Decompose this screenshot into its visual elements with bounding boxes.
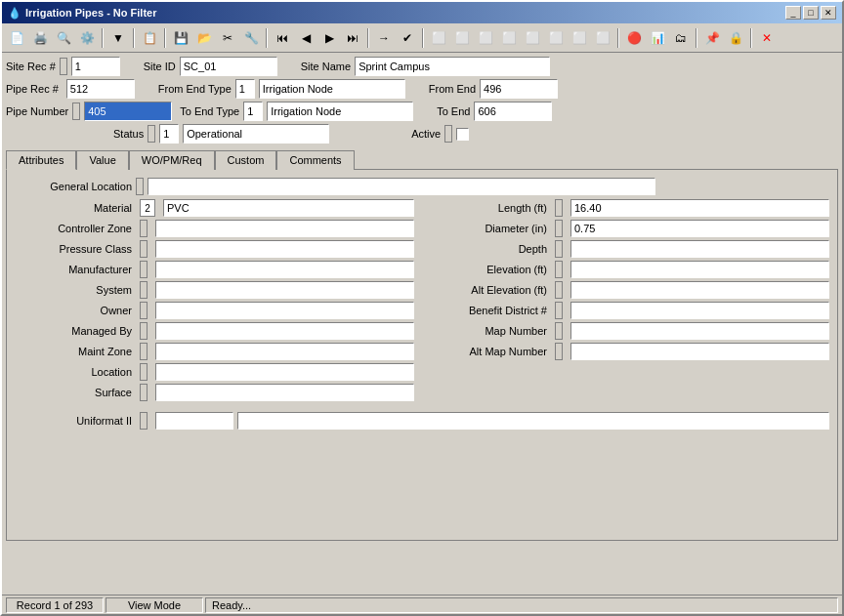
manufacturer-label: Manufacturer bbox=[15, 264, 132, 275]
right-column: Length (ft) Diameter (in) Depth bbox=[430, 199, 829, 404]
first-record-button[interactable]: ⏮ bbox=[272, 27, 293, 49]
status-num[interactable] bbox=[159, 124, 179, 144]
view-mode-status: View Mode bbox=[106, 597, 203, 613]
print-button[interactable]: 🖨️ bbox=[29, 27, 51, 49]
nav-button[interactable]: → bbox=[373, 27, 395, 49]
sep5 bbox=[367, 28, 369, 48]
maint-zone-input[interactable] bbox=[155, 343, 414, 360]
bd-indicator bbox=[555, 302, 563, 319]
material-label: Material bbox=[15, 202, 132, 214]
lock-button[interactable]: 🔒 bbox=[725, 27, 746, 49]
general-location-input[interactable] bbox=[148, 178, 655, 195]
folder-button[interactable]: 🗂 bbox=[670, 27, 692, 49]
view-button[interactable]: 📋 bbox=[139, 27, 160, 49]
depth-input[interactable] bbox=[570, 240, 829, 258]
manufacturer-input[interactable] bbox=[155, 261, 414, 278]
search-button[interactable]: 🔍 bbox=[53, 27, 74, 49]
filter-button[interactable]: ▼ bbox=[107, 27, 129, 49]
to-end-type-num[interactable] bbox=[243, 102, 263, 121]
dep-indicator bbox=[555, 240, 563, 258]
map-number-row: Map Number bbox=[430, 322, 829, 340]
system-input[interactable] bbox=[155, 281, 414, 299]
prev-record-button[interactable]: ◀ bbox=[295, 27, 316, 49]
content-area: Site Rec # Site ID Site Name Pipe Rec # … bbox=[2, 53, 842, 595]
settings-button[interactable]: ⚙️ bbox=[76, 27, 98, 49]
diameter-input[interactable] bbox=[570, 220, 829, 237]
uniformat-indicator bbox=[140, 412, 148, 430]
surface-label: Surface bbox=[15, 387, 132, 398]
main-window: 💧 Irrigation Pipes - No Filter _ □ ✕ 📄 🖨… bbox=[0, 0, 844, 616]
copy2-button[interactable]: ⬜ bbox=[451, 27, 473, 49]
copy6-button[interactable]: ⬜ bbox=[545, 27, 567, 49]
red-button[interactable]: 🔴 bbox=[623, 27, 645, 49]
elev-indicator bbox=[555, 261, 563, 278]
status-input[interactable] bbox=[183, 124, 329, 144]
pipe-number-input[interactable] bbox=[84, 102, 172, 121]
from-end-input[interactable] bbox=[480, 79, 558, 99]
save-button[interactable]: 💾 bbox=[170, 27, 191, 49]
surface-input[interactable] bbox=[155, 384, 414, 401]
pipe-number-label: Pipe Number bbox=[6, 105, 68, 117]
site-rec-input[interactable] bbox=[71, 57, 120, 76]
tools-button[interactable]: 🔧 bbox=[240, 27, 262, 49]
open-button[interactable]: 📂 bbox=[193, 27, 215, 49]
last-record-button[interactable]: ⏭ bbox=[342, 27, 363, 49]
depth-row: Depth bbox=[430, 240, 829, 258]
sep8 bbox=[696, 28, 697, 48]
tab-attributes[interactable]: Attributes bbox=[6, 150, 76, 170]
new-button[interactable]: 📄 bbox=[6, 27, 27, 49]
alt-elevation-input[interactable] bbox=[570, 281, 829, 299]
tab-value[interactable]: Value bbox=[76, 150, 128, 170]
owner-input[interactable] bbox=[155, 302, 414, 319]
site-name-input[interactable] bbox=[355, 57, 550, 76]
active-checkbox[interactable] bbox=[456, 128, 469, 141]
tab-wo-pm-req[interactable]: WO/PM/Req bbox=[129, 150, 215, 170]
controller-zone-input[interactable] bbox=[155, 220, 414, 237]
minimize-button[interactable]: _ bbox=[785, 6, 801, 20]
tab-custom[interactable]: Custom bbox=[215, 150, 277, 170]
next-record-button[interactable]: ▶ bbox=[318, 27, 340, 49]
map-number-input[interactable] bbox=[570, 322, 829, 340]
surf-indicator bbox=[140, 384, 148, 401]
maint-zone-row: Maint Zone bbox=[15, 343, 414, 360]
diameter-row: Diameter (in) bbox=[430, 220, 829, 237]
length-input[interactable] bbox=[570, 199, 829, 217]
site-rec-label: Site Rec # bbox=[6, 61, 56, 72]
sep1 bbox=[102, 28, 104, 48]
sep3 bbox=[164, 28, 166, 48]
maximize-button[interactable]: □ bbox=[803, 6, 819, 20]
uniformat-desc-input[interactable] bbox=[237, 412, 829, 430]
copy8-button[interactable]: ⬜ bbox=[592, 27, 613, 49]
pipe-rec-input[interactable] bbox=[66, 79, 135, 99]
cancel-button[interactable]: ✕ bbox=[756, 27, 778, 49]
location-input[interactable] bbox=[155, 363, 414, 381]
copy1-button[interactable]: ⬜ bbox=[428, 27, 449, 49]
tab-comments[interactable]: Comments bbox=[276, 150, 354, 170]
status-label: Status bbox=[113, 128, 144, 140]
mfg-indicator bbox=[140, 261, 148, 278]
manufacturer-row: Manufacturer bbox=[15, 261, 414, 278]
benefit-district-input[interactable] bbox=[570, 302, 829, 319]
from-end-type-num[interactable] bbox=[235, 79, 255, 99]
scissors-button[interactable]: ✂ bbox=[217, 27, 238, 49]
pressure-class-input[interactable] bbox=[155, 240, 414, 258]
site-rec-indicator bbox=[60, 58, 67, 75]
close-button[interactable]: ✕ bbox=[821, 6, 836, 20]
alt-map-number-input[interactable] bbox=[570, 343, 829, 360]
to-end-type-input[interactable] bbox=[267, 102, 413, 121]
copy7-button[interactable]: ⬜ bbox=[569, 27, 590, 49]
to-end-input[interactable] bbox=[474, 102, 552, 121]
copy5-button[interactable]: ⬜ bbox=[522, 27, 543, 49]
chart-button[interactable]: 📊 bbox=[647, 27, 668, 49]
tab-content-attributes: General Location Material 2 Controller Z… bbox=[6, 170, 838, 541]
uniformat-input[interactable] bbox=[155, 412, 233, 430]
elevation-input[interactable] bbox=[570, 261, 829, 278]
pin-button[interactable]: 📌 bbox=[701, 27, 723, 49]
copy4-button[interactable]: ⬜ bbox=[498, 27, 520, 49]
material-input[interactable] bbox=[163, 199, 414, 217]
copy3-button[interactable]: ⬜ bbox=[475, 27, 496, 49]
check-button[interactable]: ✔ bbox=[397, 27, 418, 49]
site-id-input[interactable] bbox=[180, 57, 277, 76]
managed-by-input[interactable] bbox=[155, 322, 414, 340]
from-end-type-input[interactable] bbox=[259, 79, 405, 99]
